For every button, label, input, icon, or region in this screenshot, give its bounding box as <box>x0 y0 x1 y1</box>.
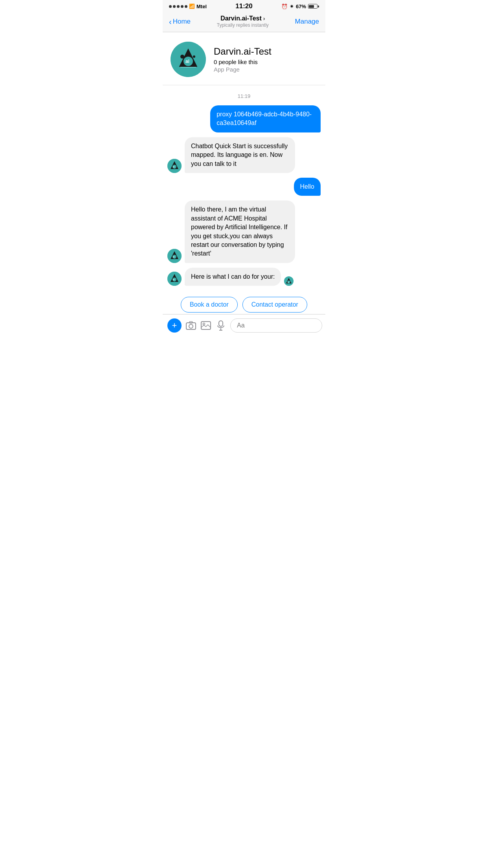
message-row-user-2: Hello <box>167 178 321 196</box>
bot-avatar-2: ai <box>167 249 182 263</box>
wifi-icon: 📶 <box>189 4 195 9</box>
bot-avatar-svg-3: ai <box>167 272 182 286</box>
svg-point-4 <box>180 55 184 59</box>
nav-title: Darvin.ai-Test › <box>217 15 269 22</box>
image-icon[interactable] <box>200 320 211 331</box>
svg-point-24 <box>189 324 193 328</box>
bubble-user-1: proxy 1064b469-adcb-4b4b-9480-ca3ea10649… <box>210 105 321 132</box>
mic-icon[interactable] <box>215 320 226 331</box>
profile-avatar: ai <box>171 42 206 77</box>
profile-info: Darvin.ai-Test 0 people like this App Pa… <box>214 46 317 73</box>
profile-section: ai Darvin.ai-Test 0 people like this App… <box>163 32 325 85</box>
svg-rect-26 <box>201 322 211 329</box>
svg-text:ai: ai <box>185 59 189 64</box>
inline-right-avatar-svg: ai <box>284 276 294 286</box>
nav-bar: ‹ Home Darvin.ai-Test › Typically replie… <box>163 12 325 32</box>
nav-title-chevron-icon: › <box>263 15 265 22</box>
bottom-toolbar: + 🙂 👍 <box>163 314 325 339</box>
bubble-bot-1: Chatbot Quick Start is successfully mapp… <box>185 137 295 173</box>
svg-text:ai: ai <box>173 278 175 281</box>
alarm-icon: ⏰ <box>281 4 288 9</box>
profile-type: App Page <box>214 66 317 73</box>
svg-text:ai: ai <box>173 166 175 168</box>
carrier-name: Mtel <box>196 4 207 9</box>
nav-subtitle: Typically replies instantly <box>217 22 269 28</box>
profile-name: Darvin.ai-Test <box>214 46 317 57</box>
svg-rect-28 <box>219 321 223 326</box>
bubble-user-2: Hello <box>294 178 321 196</box>
bubble-bot-2: Hello there, I am the virtual assistant … <box>185 200 295 263</box>
inline-right-avatar: ai <box>284 276 294 286</box>
status-time: 11:20 <box>235 2 252 10</box>
svg-point-5 <box>193 55 195 58</box>
status-left: 📶 Mtel <box>169 4 207 9</box>
quick-reply-book-doctor[interactable]: Book a doctor <box>181 297 238 313</box>
battery-percentage: 67% <box>296 4 306 9</box>
message-row-bot-3: ai Here is what I can do for your: ai <box>167 268 321 286</box>
bot-avatar-svg-2: ai <box>167 249 182 263</box>
svg-text:ai: ai <box>173 256 175 258</box>
bot-avatar-3: ai <box>167 272 182 286</box>
battery-icon <box>308 4 319 9</box>
back-button[interactable]: ‹ Home <box>169 18 191 26</box>
bluetooth-icon: ✴ <box>290 4 294 9</box>
quick-reply-contact-operator[interactable]: Contact operator <box>242 297 307 313</box>
chat-timestamp: 11:19 <box>167 93 321 99</box>
status-right: ⏰ ✴ 67% <box>281 4 319 9</box>
back-chevron-icon: ‹ <box>169 18 172 26</box>
signal-dots <box>169 5 187 8</box>
nav-center: Darvin.ai-Test › Typically replies insta… <box>217 15 269 28</box>
chat-area: 11:19 proxy 1064b469-adcb-4b4b-9480-ca3e… <box>163 85 325 292</box>
bot-avatar-1: ai <box>167 159 182 173</box>
back-label: Home <box>173 18 191 26</box>
svg-point-27 <box>203 323 205 325</box>
status-bar: 📶 Mtel 11:20 ⏰ ✴ 67% <box>163 0 325 12</box>
plus-button[interactable]: + <box>167 318 182 333</box>
profile-likes: 0 people like this <box>214 59 317 65</box>
profile-avatar-svg: ai <box>171 42 206 77</box>
camera-icon[interactable] <box>185 320 196 331</box>
quick-replies: Book a doctor Contact operator <box>163 292 325 314</box>
manage-button[interactable]: Manage <box>295 18 319 26</box>
bot-avatar-svg-1: ai <box>167 159 182 173</box>
message-row-bot-2: ai Hello there, I am the virtual assista… <box>167 200 321 263</box>
message-row-bot-1: ai Chatbot Quick Start is successfully m… <box>167 137 321 173</box>
svg-text:ai: ai <box>288 281 289 283</box>
bubble-bot-3: Here is what I can do for your: <box>185 268 281 286</box>
message-input[interactable] <box>230 318 322 333</box>
message-row-user-1: proxy 1064b469-adcb-4b4b-9480-ca3ea10649… <box>167 105 321 132</box>
